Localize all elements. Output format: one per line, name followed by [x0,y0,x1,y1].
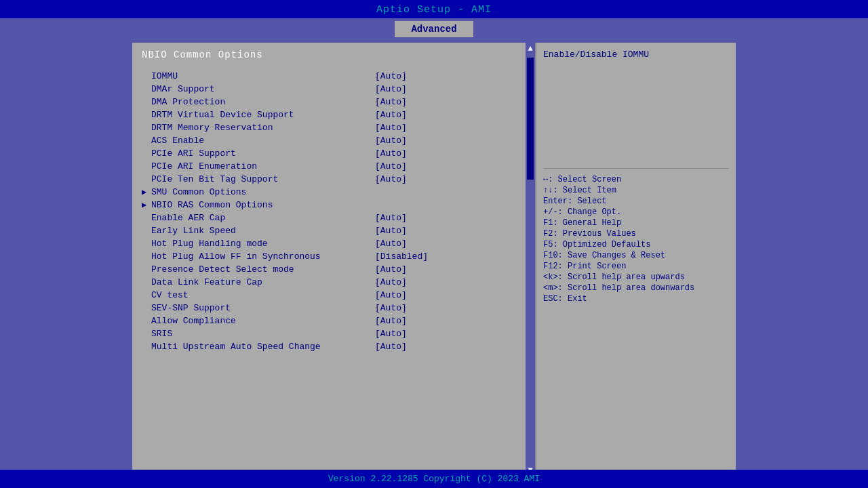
menu-item-0[interactable]: IOMMU[Auto] [142,70,531,83]
menu-item-18[interactable]: SEV-SNP Support[Auto] [142,302,531,314]
menu-item-6[interactable]: PCIe ARI Support[Auto] [142,147,531,160]
section-title: NBIO Common Options [142,49,531,60]
menu-item-3[interactable]: DRTM Virtual Device Support[Auto] [142,108,531,121]
menu-item-label: DMAr Support [151,84,375,94]
key-help-item-11: ESC: Exit [543,293,729,304]
menu-item-value: [Auto] [375,161,407,171]
submenu-arrow-icon: ▶ [142,200,151,210]
menu-item-21[interactable]: Multi Upstream Auto Speed Change[Auto] [142,340,531,353]
key-help-item-0: ↔: Select Screen [543,174,729,185]
menu-item-5[interactable]: ACS Enable[Auto] [142,134,531,147]
menu-item-value: [Disabled] [375,251,428,262]
menu-item-17[interactable]: CV test[Auto] [142,289,531,302]
menu-item-15[interactable]: Presence Detect Select mode[Auto] [142,263,531,276]
menu-item-value: [Auto] [375,213,407,223]
menu-item-value: [Auto] [375,226,407,236]
menu-item-11[interactable]: Enable AER Cap[Auto] [142,211,531,224]
menu-item-7[interactable]: PCIe ARI Enumeration[Auto] [142,160,531,173]
menu-item-value: [Auto] [375,123,407,133]
key-help-item-10: <m>: Scroll help area downwards [543,283,729,293]
menu-item-2[interactable]: DMA Protection[Auto] [142,96,531,108]
menu-item-value: [Auto] [375,148,407,159]
key-help-item-4: F1: General Help [543,218,729,228]
menu-item-10[interactable]: ▶NBIO RAS Common Options [142,199,531,211]
menu-item-value: [Auto] [375,290,407,300]
menu-item-label: Data Link Feature Cap [151,277,375,287]
menu-item-label: DMA Protection [151,97,375,107]
menu-item-value: [Auto] [375,110,407,120]
menu-item-label: SRIS [151,329,375,339]
menu-item-value: [Auto] [375,174,407,184]
scrollbar[interactable]: ▲ ▼ [526,43,535,476]
tab-advanced[interactable]: Advanced [395,21,473,37]
key-help-item-5: F2: Previous Values [543,228,729,239]
menu-item-label: Early Link Speed [151,226,375,236]
menu-item-4[interactable]: DRTM Memory Reservation[Auto] [142,121,531,134]
menu-item-value: [Auto] [375,71,407,81]
key-help-item-7: F10: Save Changes & Reset [543,250,729,261]
menu-item-label: ACS Enable [151,136,375,146]
menu-item-label: PCIe ARI Enumeration [151,161,375,171]
menu-item-value: [Auto] [375,316,407,326]
menu-item-label: NBIO RAS Common Options [151,200,375,210]
footer: Version 2.22.1285 Copyright (C) 2023 AMI [0,470,868,488]
inner-content: NBIO Common Options IOMMU[Auto] DMAr Sup… [132,43,736,476]
help-description: Enable/Disable IOMMU [543,49,729,60]
scroll-thumb[interactable] [527,58,534,180]
menu-item-value: [Auto] [375,264,407,274]
menu-list: IOMMU[Auto] DMAr Support[Auto] DMA Prote… [142,70,531,353]
key-help-item-6: F5: Optimized Defaults [543,239,729,250]
key-help-item-9: <k>: Scroll help area upwards [543,272,729,283]
menu-item-label: Presence Detect Select mode [151,264,375,274]
menu-item-value: [Auto] [375,277,407,287]
menu-item-value: [Auto] [375,329,407,339]
app-title: Aptio Setup - AMI [376,4,492,16]
menu-item-value: [Auto] [375,136,407,146]
scroll-up-arrow[interactable]: ▲ [528,43,532,55]
menu-item-label: SEV-SNP Support [151,303,375,313]
bios-setup-screen: Aptio Setup - AMI Advanced NBIO Common O… [0,0,868,488]
menu-item-19[interactable]: Allow Compliance[Auto] [142,314,531,327]
tab-bar: Advanced [0,18,868,37]
menu-item-label: SMU Common Options [151,187,375,197]
menu-item-value: [Auto] [375,97,407,107]
submenu-arrow-icon: ▶ [142,187,151,197]
menu-item-label: Enable AER Cap [151,213,375,223]
menu-item-label: PCIe Ten Bit Tag Support [151,174,375,184]
menu-item-value: [Auto] [375,239,407,249]
menu-item-1[interactable]: DMAr Support[Auto] [142,83,531,96]
menu-item-13[interactable]: Hot Plug Handling mode[Auto] [142,237,531,250]
menu-item-value: [Auto] [375,303,407,313]
content-area: NBIO Common Options IOMMU[Auto] DMAr Sup… [0,37,868,476]
key-help-item-8: F12: Print Screen [543,261,729,272]
right-panel: Enable/Disable IOMMU ↔: Select Screen↑↓:… [535,43,736,476]
menu-item-label: PCIe ARI Support [151,148,375,159]
key-help-list: ↔: Select Screen↑↓: Select ItemEnter: Se… [543,174,729,304]
menu-item-label: IOMMU [151,71,375,81]
menu-item-label: Hot Plug Handling mode [151,239,375,249]
key-help-item-2: Enter: Select [543,196,729,207]
menu-item-16[interactable]: Data Link Feature Cap[Auto] [142,276,531,289]
menu-item-9[interactable]: ▶SMU Common Options [142,186,531,199]
menu-item-8[interactable]: PCIe Ten Bit Tag Support[Auto] [142,173,531,186]
menu-item-20[interactable]: SRIS[Auto] [142,327,531,340]
menu-item-label: DRTM Virtual Device Support [151,110,375,120]
footer-text: Version 2.22.1285 Copyright (C) 2023 AMI [328,474,540,484]
menu-item-label: Multi Upstream Auto Speed Change [151,342,375,352]
menu-item-14[interactable]: Hot Plug Allow FF in Synchronous[Disable… [142,250,531,263]
menu-item-12[interactable]: Early Link Speed[Auto] [142,224,531,237]
menu-item-value: [Auto] [375,342,407,352]
left-panel: NBIO Common Options IOMMU[Auto] DMAr Sup… [132,43,535,476]
menu-item-value: [Auto] [375,84,407,94]
menu-item-label: Hot Plug Allow FF in Synchronous [151,251,375,262]
menu-item-label: Allow Compliance [151,316,375,326]
title-bar: Aptio Setup - AMI [0,0,868,18]
menu-item-label: CV test [151,290,375,300]
divider [543,168,729,169]
key-help-item-3: +/-: Change Opt. [543,207,729,218]
menu-item-label: DRTM Memory Reservation [151,123,375,133]
key-help-item-1: ↑↓: Select Item [543,185,729,196]
